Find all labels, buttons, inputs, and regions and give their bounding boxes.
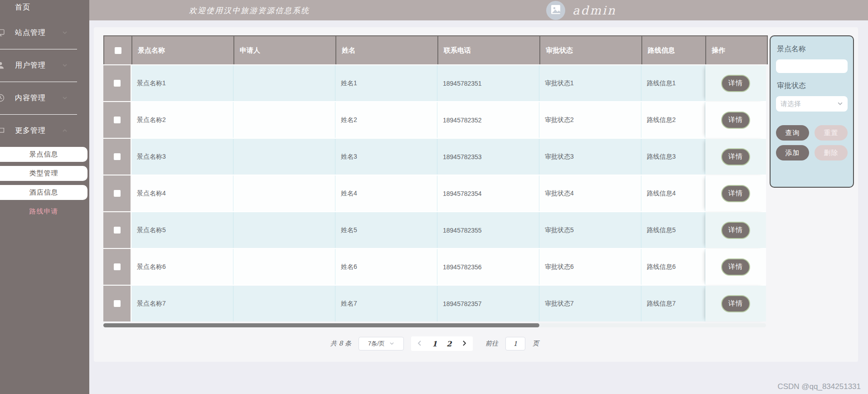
row-checkbox[interactable]: [114, 300, 121, 307]
monitor-icon: [0, 28, 5, 37]
page-size-value: 7条/页: [368, 340, 385, 348]
detail-button[interactable]: 详情: [721, 185, 750, 202]
detail-button[interactable]: 详情: [721, 222, 750, 239]
detail-button[interactable]: 详情: [721, 148, 750, 165]
action-cell: 详情: [705, 249, 766, 285]
action-cell: 详情: [705, 175, 766, 211]
submenu-item[interactable]: 酒店信息: [0, 185, 87, 200]
welcome-text: 欢迎使用汉中旅游资源信息系统: [189, 5, 310, 15]
submenu-item-active[interactable]: 路线申请: [0, 204, 87, 219]
status-select[interactable]: 请选择: [776, 96, 848, 112]
pagination: 共 8 条 7条/页 12 前: [103, 336, 766, 352]
add-button[interactable]: 添加: [776, 145, 809, 161]
table-cell: 姓名1: [335, 65, 437, 101]
next-page-button[interactable]: [456, 337, 472, 350]
table-cell: 18945782357: [437, 286, 539, 321]
column-header: 路线信息: [642, 36, 706, 64]
table-cell: 姓名5: [335, 212, 437, 248]
table-cell: 18945782352: [437, 102, 539, 138]
row-checkbox-cell: [103, 102, 131, 138]
chevron-down-icon: [837, 100, 843, 108]
chevron-down-icon: [62, 95, 68, 101]
scrollbar-thumb[interactable]: [103, 323, 539, 327]
table-cell: 路线信息5: [641, 212, 705, 248]
table-cell: 路线信息1: [641, 65, 705, 101]
filter-status-label: 审批状态: [777, 81, 848, 91]
row-checkbox-cell: [103, 212, 131, 248]
row-checkbox[interactable]: [114, 80, 121, 87]
table-cell: [233, 175, 335, 211]
table-cell: 姓名3: [335, 139, 437, 175]
page-number[interactable]: 2: [442, 340, 456, 348]
filter-panel: 景点名称 审批状态 请选择 查询重置添加删除: [770, 35, 854, 188]
table-cell: 路线信息2: [641, 102, 705, 138]
chevron-down-icon: [62, 29, 68, 36]
search-button[interactable]: 查询: [776, 125, 809, 141]
row-checkbox[interactable]: [114, 227, 121, 233]
table-row: 景点名称6姓名618945782356审批状态6路线信息6详情: [103, 248, 766, 285]
row-checkbox-cell: [103, 139, 131, 175]
sidebar-item-3[interactable]: 内容管理: [0, 82, 89, 114]
page-number-list: 12: [427, 340, 456, 348]
reset-button[interactable]: 重置: [815, 125, 848, 141]
column-header: 姓名: [336, 36, 438, 64]
submenu-item[interactable]: 类型管理: [0, 166, 87, 181]
table-cell: 姓名4: [335, 175, 437, 211]
sidebar-item-2[interactable]: 用户管理: [0, 49, 89, 82]
filter-name-label: 景点名称: [777, 44, 848, 54]
page-unit-label: 页: [533, 340, 539, 348]
goto-page-input[interactable]: [505, 337, 525, 350]
table-cell: [233, 212, 335, 248]
table-cell: 18945782351: [437, 65, 539, 101]
table-row: 景点名称4姓名418945782354审批状态4路线信息4详情: [103, 175, 766, 211]
row-checkbox[interactable]: [114, 117, 121, 123]
table-row: 景点名称2姓名218945782352审批状态2路线信息2详情: [103, 101, 766, 138]
scenic-name-input[interactable]: [776, 59, 848, 73]
detail-button[interactable]: 详情: [721, 75, 750, 92]
avatar[interactable]: [546, 1, 565, 20]
pager: 12: [411, 336, 473, 351]
table-cell: 景点名称4: [131, 175, 233, 211]
row-checkbox[interactable]: [114, 190, 121, 197]
row-checkbox[interactable]: [114, 153, 121, 160]
sidebar-item-1[interactable]: 站点管理: [0, 16, 89, 49]
table-cell: 景点名称5: [131, 212, 233, 248]
table-cell: 景点名称7: [131, 286, 233, 321]
user-box: admin: [546, 0, 616, 20]
chevron-left-icon: [417, 340, 422, 348]
row-checkbox-cell: [103, 175, 131, 211]
status-select-placeholder: 请选择: [781, 100, 801, 108]
delete-button[interactable]: 删除: [815, 145, 848, 161]
app-root: 首页站点管理用户管理内容管理更多管理景点信息类型管理酒店信息路线申请 欢迎使用汉…: [0, 0, 868, 394]
image-icon: [551, 5, 561, 16]
sidebar-item-label: 更多管理: [15, 126, 46, 136]
detail-button[interactable]: 详情: [721, 295, 750, 312]
table-body: 景点名称1姓名118945782351审批状态1路线信息1详情景点名称2姓名21…: [103, 64, 766, 321]
submenu-item[interactable]: 景点信息: [0, 147, 87, 162]
table-cell: [233, 286, 335, 321]
table-cell: [233, 249, 335, 285]
chevron-up-icon: [62, 127, 68, 134]
row-checkbox[interactable]: [114, 263, 121, 270]
action-cell: 详情: [705, 102, 766, 138]
prev-page-button[interactable]: [412, 337, 427, 350]
horizontal-scrollbar[interactable]: [103, 323, 766, 327]
chevron-down-icon: [62, 62, 68, 68]
table-cell: [233, 139, 335, 175]
table-cell: 景点名称6: [131, 249, 233, 285]
table-row: 景点名称3姓名318945782353审批状态3路线信息3详情: [103, 138, 766, 175]
page-number-current[interactable]: 1: [427, 340, 442, 348]
table-cell: 姓名7: [335, 286, 437, 321]
action-cell: 详情: [705, 139, 766, 175]
sidebar-item-home[interactable]: 首页: [0, 0, 89, 16]
detail-button[interactable]: 详情: [721, 258, 750, 276]
table-cell: 景点名称2: [131, 102, 233, 138]
goto-label: 前往: [485, 340, 498, 348]
select-all-checkbox[interactable]: [115, 47, 121, 54]
clock-icon: [0, 93, 5, 102]
page-size-select[interactable]: 7条/页: [359, 337, 404, 350]
detail-button[interactable]: 详情: [721, 112, 750, 129]
column-header: 景点名称: [132, 36, 234, 64]
table-header-row: 景点名称申请人姓名联系电话审批状态路线信息操作: [103, 35, 768, 64]
sidebar-item-4[interactable]: 更多管理: [0, 114, 89, 147]
